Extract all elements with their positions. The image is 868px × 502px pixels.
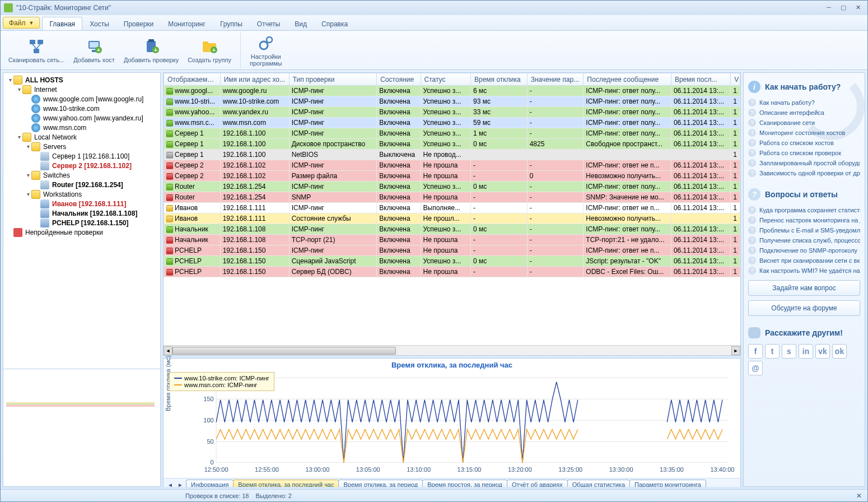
tree-node-4[interactable]: www.yahoo.com [www.yandex.ru] xyxy=(6,113,158,123)
tree-node-6[interactable]: ▾Local Network xyxy=(6,132,158,142)
column-header-2[interactable]: Тип проверки xyxy=(289,73,377,86)
table-row[interactable]: Router192.168.1.254ICMP-пингВключенаУспе… xyxy=(164,182,740,192)
tab-0[interactable]: Главная xyxy=(42,17,82,30)
table-row[interactable]: Сервер 1192.168.1.100ICMP-пингВключенаУс… xyxy=(164,128,740,139)
help-link[interactable]: ?Как начать работу? xyxy=(748,97,860,108)
tree-toggle-icon[interactable]: ▾ xyxy=(25,172,31,178)
scroll-right-button[interactable]: ► xyxy=(731,346,740,355)
tree-node-9[interactable]: Сервер 2 [192.168.1.102] xyxy=(6,161,158,170)
share-t-icon[interactable]: t xyxy=(765,344,780,359)
tab-6[interactable]: Вид xyxy=(287,17,314,30)
table-row[interactable]: PCHELP192.168.1.150Сервер БД (ODBC)Включ… xyxy=(164,267,740,277)
share-vk-icon[interactable]: vk xyxy=(815,344,830,359)
share-s-icon[interactable]: s xyxy=(782,344,796,359)
chart-tab-next[interactable]: ► xyxy=(176,480,185,487)
chart-tab-1[interactable]: Время отклика, за последний час xyxy=(233,480,339,487)
column-header-8[interactable]: Время посл... xyxy=(671,73,730,86)
minimize-button[interactable]: ─ xyxy=(823,3,835,12)
tree-node-1[interactable]: ▾Internet xyxy=(6,85,158,94)
column-header-4[interactable]: Статус xyxy=(421,73,470,86)
tab-4[interactable]: Группы xyxy=(213,17,250,30)
column-header-9[interactable]: V xyxy=(731,73,740,86)
chart-tab-2[interactable]: Время отклика, за период xyxy=(338,480,423,487)
column-header-5[interactable]: Время отклика xyxy=(471,73,528,86)
tree-node-12[interactable]: ▾Workstations xyxy=(6,189,158,199)
ribbon-scan[interactable]: Сканировать сеть... xyxy=(4,32,69,68)
table-row[interactable]: PCHELP192.168.1.150Сценарий JavaScriptВк… xyxy=(164,256,740,267)
tree-toggle-icon[interactable]: ▾ xyxy=(25,143,31,150)
table-row[interactable]: Router192.168.1.254SNMPВключенаНе прошла… xyxy=(164,192,740,203)
chart-tab-3[interactable]: Время простоя, за период xyxy=(422,480,507,487)
titlebar[interactable]: "10-Страйк: Мониторинг Сети" ─ ▢ ✕ xyxy=(1,1,867,15)
tab-5[interactable]: Отчеты xyxy=(250,17,287,30)
column-header-1[interactable]: Имя или адрес хо... xyxy=(220,73,289,86)
tree-node-2[interactable]: www.google.com [www.google.ru] xyxy=(6,94,158,104)
chart-tab-5[interactable]: Общая статистика xyxy=(567,480,630,487)
table-row[interactable]: www.10-stri...www.10-strike.comICMP-пинг… xyxy=(164,96,740,107)
share-f-icon[interactable]: f xyxy=(748,344,763,359)
help-link[interactable]: ?Запланированный простой оборудов... xyxy=(748,158,860,168)
table-row[interactable]: Иванов192.168.1.111Состояние службыВключ… xyxy=(164,213,740,224)
help-link[interactable]: ?Виснет при сканировании сети с вк... xyxy=(748,255,860,266)
statusbar-close-icon[interactable]: ✕ xyxy=(856,492,862,500)
tree-node-15[interactable]: PCHELP [192.168.1.150] xyxy=(6,218,158,227)
help-link[interactable]: ?Подключение по SNMP-протоколу xyxy=(748,245,860,255)
tree-node-16[interactable]: Непройденные проверки xyxy=(6,227,158,237)
scroll-track[interactable] xyxy=(172,346,731,355)
tab-1[interactable]: Хосты xyxy=(82,17,116,30)
tree-node-11[interactable]: Router [192.168.1.254] xyxy=(6,180,158,189)
chart-tab-prev[interactable]: ◄ xyxy=(166,480,175,487)
share-ok-icon[interactable]: ok xyxy=(832,344,847,359)
tab-7[interactable]: Справка xyxy=(314,17,355,30)
help-link[interactable]: ?Сканирование сети xyxy=(748,118,860,128)
column-header-7[interactable]: Последнее сообщение xyxy=(584,73,671,86)
ribbon-add-check[interactable]: +Добавить проверку xyxy=(119,32,183,68)
share-in-icon[interactable]: in xyxy=(799,344,813,359)
tree-node-8[interactable]: Сервер 1 [192.168.1.100] xyxy=(6,151,158,161)
ask-question-button[interactable]: Задайте нам вопрос xyxy=(748,280,860,296)
table-row[interactable]: Сервер 2192.168.1.102ICMP-пингВключенаНе… xyxy=(164,160,740,171)
help-link[interactable]: ?Получение списка служб, процессов... xyxy=(748,235,860,245)
chart-tab-0[interactable]: Информация xyxy=(186,480,234,487)
maximize-button[interactable]: ▢ xyxy=(837,3,850,12)
tree-node-3[interactable]: www.10-strike.com xyxy=(6,104,158,113)
help-link[interactable]: ?Работа со списком хостов xyxy=(748,138,860,148)
tree-node-5[interactable]: www.msn.com xyxy=(6,123,158,132)
ribbon-settings[interactable]: Настройкипрограммы xyxy=(245,32,286,68)
tab-2[interactable]: Проверки xyxy=(116,17,161,30)
horizontal-scrollbar[interactable]: ◄ ► xyxy=(164,345,740,355)
tree-toggle-icon[interactable]: ▾ xyxy=(25,191,31,197)
table-row[interactable]: www.googl...www.google.ruICMP-пингВключе… xyxy=(164,86,740,96)
help-link[interactable]: ?Описание интерфейса xyxy=(748,108,860,118)
ribbon-create-group[interactable]: +Создать группу xyxy=(183,32,236,68)
help-link[interactable]: ?Как настроить WMI? Не удаётся нас... xyxy=(748,266,860,276)
table-row[interactable]: Сервер 1192.168.1.100Дисковое пространст… xyxy=(164,139,740,150)
help-link[interactable]: ?Куда программа сохраняет статисти... xyxy=(748,205,860,215)
tree-node-10[interactable]: ▾Switches xyxy=(6,170,158,180)
forum-button[interactable]: Обсудите на форуме xyxy=(748,300,860,316)
tree-toggle-icon[interactable]: ▾ xyxy=(7,77,13,83)
scroll-left-button[interactable]: ◄ xyxy=(164,346,172,355)
help-link[interactable]: ?Перенос настроек мониторинга на д... xyxy=(748,215,860,225)
tree-toggle-icon[interactable]: ▾ xyxy=(16,134,22,140)
table-row[interactable]: Начальник192.168.1.108ICMP-пингВключенаУ… xyxy=(164,224,740,235)
table-row[interactable]: www.msn.c...www.msn.comICMP-пингВключена… xyxy=(164,118,740,128)
table-row[interactable]: Иванов192.168.1.111ICMP-пингВключенаВыпо… xyxy=(164,203,740,213)
table-row[interactable]: Сервер 2192.168.1.102Размер файлаВключен… xyxy=(164,171,740,182)
device-tree[interactable]: ▾ALL HOSTS▾Internetwww.google.com [www.g… xyxy=(3,73,160,369)
tree-toggle-icon[interactable]: ▾ xyxy=(16,86,22,92)
tree-node-13[interactable]: Иванов [192.168.1.111] xyxy=(6,199,158,208)
table-row[interactable]: www.yahoo...www.yandex.ruICMP-пингВключе… xyxy=(164,107,740,118)
column-header-3[interactable]: Состояние xyxy=(377,73,421,86)
checks-grid[interactable]: Отображаемо...Имя или адрес хо...Тип про… xyxy=(164,73,740,277)
chart-tab-6[interactable]: Параметр мониторинга xyxy=(629,480,706,487)
tree-node-0[interactable]: ▾ALL HOSTS xyxy=(6,75,158,85)
table-row[interactable]: Начальник192.168.1.108TCP-порт (21)Включ… xyxy=(164,235,740,245)
help-link[interactable]: ?Проблемы с E-mail и SMS-уведомлен... xyxy=(748,225,860,235)
tab-3[interactable]: Мониторинг xyxy=(161,17,213,30)
table-row[interactable]: Сервер 1192.168.1.100NetBIOSВыключенаНе … xyxy=(164,150,740,160)
share-@-icon[interactable]: @ xyxy=(748,361,763,375)
close-button[interactable]: ✕ xyxy=(852,3,864,12)
scroll-thumb[interactable] xyxy=(172,347,396,355)
help-link[interactable]: ?Зависимость одной проверки от дру... xyxy=(748,168,860,178)
